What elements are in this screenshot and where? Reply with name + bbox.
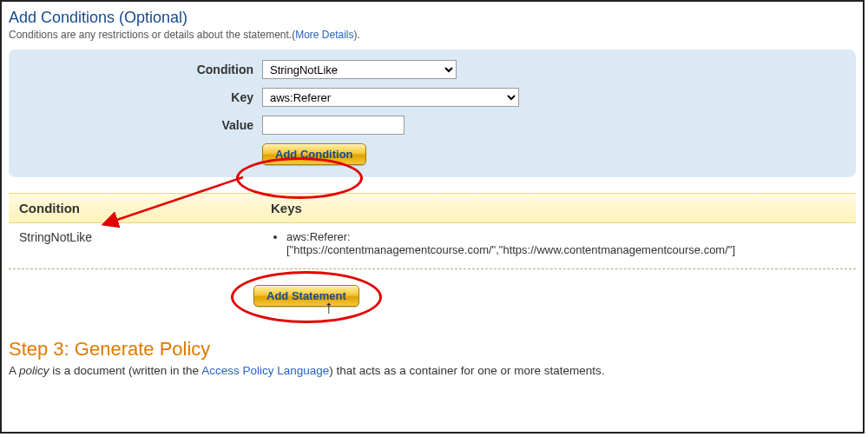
value-label: Value [17,118,262,132]
step3-prefix: A [9,364,19,377]
step3-mid: is a document (written in the [49,364,202,377]
add-condition-button[interactable]: Add Condition [262,143,366,165]
header-condition: Condition [9,201,271,215]
header-keys: Keys [271,201,856,215]
key-select[interactable]: aws:Referer [262,88,519,107]
step3-description: A policy is a document (written in the A… [9,364,856,377]
conditions-table-header: Condition Keys [9,193,856,223]
conditions-description: Conditions are any restrictions or detai… [9,29,856,41]
more-details-link[interactable]: More Details [295,29,353,41]
list-item: aws:Referer: ["https://contentmanagement… [286,230,856,256]
key-label: Key [17,90,262,104]
dashed-separator [9,268,856,269]
desc-suffix: ). [354,29,360,41]
table-row: StringNotLike aws:Referer: ["https://con… [9,223,856,262]
add-conditions-title: Add Conditions (Optional) [9,9,856,27]
step3-suffix: ) that acts as a container for one or mo… [329,364,604,377]
value-input[interactable] [262,116,404,135]
keys-list: aws:Referer: ["https://contentmanagement… [271,230,856,256]
conditions-form-panel: Condition StringNotLike Key aws:Referer … [9,50,856,177]
conditions-table: Condition Keys StringNotLike aws:Referer… [9,193,856,262]
access-policy-language-link[interactable]: Access Policy Language [201,364,329,377]
add-statement-button[interactable]: Add Statement [253,285,359,307]
row-condition-value: StringNotLike [9,230,271,258]
policy-word: policy [19,364,49,377]
key-values: ["https://contentmanagementcourse.com/",… [286,243,735,256]
step3-title: Step 3: Generate Policy [9,338,856,361]
desc-prefix: Conditions are any restrictions or detai… [9,29,295,41]
condition-select[interactable]: StringNotLike [262,60,457,79]
key-name: aws:Referer: [286,230,351,243]
condition-label: Condition [17,63,262,76]
